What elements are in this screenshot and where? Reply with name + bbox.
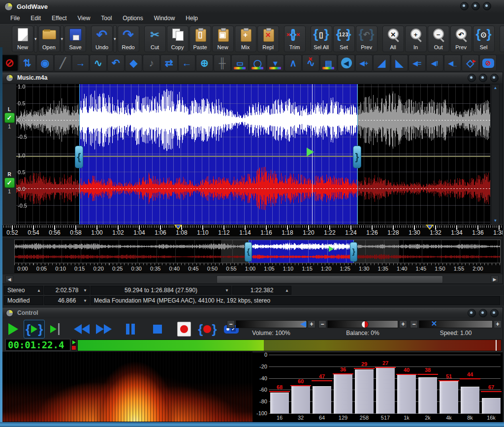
pause-button[interactable]: [124, 320, 137, 338]
doc-maximize-button[interactable]: [479, 74, 487, 82]
position-spinner-icon[interactable]: ▲: [285, 288, 289, 293]
vertical-zoom-scrollbar[interactable]: ▲ ▼: [491, 84, 500, 224]
toolbar-copy-button[interactable]: Copy: [167, 26, 189, 52]
effect-pitch-button[interactable]: ◉: [36, 55, 54, 71]
volume-slider[interactable]: ◀: [236, 320, 307, 328]
status-zoom[interactable]: 46.866 ▼: [44, 296, 90, 305]
fast-forward-button[interactable]: [95, 320, 113, 338]
toolbar-new-button[interactable]: ▣New: [212, 26, 234, 52]
play-all-button[interactable]: [49, 320, 61, 338]
toolbar-cues-button[interactable]: Cues: [500, 26, 504, 52]
toolbar-undo-button[interactable]: ↶Undo: [91, 26, 113, 52]
speed-thumb-icon[interactable]: ✕: [431, 320, 438, 328]
status-format[interactable]: Stereo ▲: [4, 286, 43, 295]
maximize-button[interactable]: [472, 2, 480, 10]
effect-monitor-disable-button[interactable]: ⊘: [479, 55, 497, 71]
overview-strip[interactable]: { }: [14, 240, 501, 263]
rewind-button[interactable]: [73, 320, 91, 338]
ctrl-minimize-button[interactable]: [468, 309, 476, 317]
toolbar-all-button[interactable]: ✕All: [382, 26, 404, 52]
horizontal-scrollbar[interactable]: ◀ ▶: [1, 274, 503, 283]
play-selection-button[interactable]: {}: [24, 320, 45, 338]
volume-thumb-speaker-icon[interactable]: ◀: [301, 320, 307, 328]
toolbar-new-dropdown[interactable]: ▾: [34, 25, 37, 53]
effect-doppler-button[interactable]: ∿: [90, 55, 107, 71]
toolbar-paste-button[interactable]: ▯Paste: [189, 26, 211, 52]
overview-canvas[interactable]: [15, 240, 500, 263]
scroll-down-icon[interactable]: ▼: [494, 217, 498, 224]
doc-close-button[interactable]: [490, 74, 499, 82]
toolbar-sel-button[interactable]: ⊙Sel: [473, 26, 495, 52]
main-titlebar[interactable]: GoldWave: [0, 0, 504, 13]
effect-spectrum-filter-button[interactable]: ▭: [231, 55, 249, 71]
menu-window[interactable]: Window: [149, 14, 181, 23]
effect-device-properties-button[interactable]: ◇: [462, 55, 479, 71]
toolbar-cut-button[interactable]: ✂Cut: [144, 26, 166, 52]
balance-slider[interactable]: [327, 320, 398, 328]
control-titlebar[interactable]: Control: [1, 307, 503, 318]
record-button[interactable]: [176, 320, 192, 338]
record-selection-button[interactable]: {}: [196, 320, 218, 338]
document-titlebar[interactable]: Music.m4a: [1, 72, 503, 83]
menu-options[interactable]: Options: [117, 14, 148, 23]
effect-offset-button[interactable]: →: [72, 55, 89, 71]
time-axis[interactable]: 0:520:540:560:581:001:021:041:061:081:10…: [1, 224, 503, 237]
effect-disable-button[interactable]: ⊘: [1, 55, 18, 71]
menu-view[interactable]: View: [72, 14, 96, 23]
status-selection[interactable]: 59.294 to 1:26.884 (27.590) ▼: [91, 286, 231, 295]
menu-effect[interactable]: Effect: [46, 14, 72, 23]
scroll-up-icon[interactable]: ▲: [494, 85, 498, 91]
scroll-left-icon[interactable]: ◀: [5, 275, 13, 282]
stop-button[interactable]: [152, 320, 163, 338]
playback-marker[interactable]: [307, 148, 314, 156]
zoom-spinner-icon[interactable]: ▼: [83, 299, 87, 303]
menu-edit[interactable]: Edit: [25, 14, 46, 23]
toolbar-prev-button[interactable]: ↶Prev: [356, 26, 378, 52]
effect-interpolate-note-button[interactable]: ♪: [143, 55, 160, 71]
overview-playback-marker[interactable]: [329, 246, 334, 252]
speed-plus-button[interactable]: +: [494, 320, 502, 328]
waveform-canvas[interactable]: [16, 84, 490, 224]
balance-plus-button[interactable]: +: [399, 320, 407, 328]
toolbar-open-button[interactable]: Open: [38, 26, 60, 52]
balance-thumb-icon[interactable]: [361, 321, 369, 328]
effect-band-filter-button[interactable]: ◯: [249, 55, 266, 71]
effect-parametric-eq-button[interactable]: ▤: [320, 55, 337, 71]
effect-echo-button[interactable]: ←: [178, 55, 195, 71]
toolbar-in-button[interactable]: +In: [405, 26, 427, 52]
channel-l-enable-checkbox[interactable]: ✓: [4, 113, 15, 123]
effect-reverse-button[interactable]: ↶: [107, 55, 125, 71]
scroll-right-icon[interactable]: ▶: [491, 275, 499, 282]
effect-playback-mono-button[interactable]: ◀: [338, 55, 355, 71]
toolbar-prev-button[interactable]: ↶Prev: [450, 26, 472, 52]
toolbar-repl-button[interactable]: ✕Repl: [257, 26, 279, 52]
doc-minimize-button[interactable]: [468, 74, 476, 82]
effect-filter-preset-button[interactable]: ▼: [267, 55, 284, 71]
effect-time-warp-button[interactable]: ⇅: [19, 55, 36, 71]
effect-reverb-button[interactable]: ⊕: [196, 55, 213, 71]
play-button[interactable]: [7, 320, 19, 338]
toolbar-open-dropdown[interactable]: ▾: [61, 25, 64, 53]
effect-flanger-button[interactable]: ◆: [125, 55, 142, 71]
toolbar-undo-dropdown[interactable]: ▾: [113, 25, 117, 53]
effect-pop-click-fix-button[interactable]: ∧: [284, 55, 302, 71]
ctrl-maximize-button[interactable]: [479, 309, 487, 317]
balance-minus-button[interactable]: −: [318, 320, 326, 328]
cue-marker-icon[interactable]: [174, 225, 182, 230]
toolbar-save-button[interactable]: Save: [64, 26, 86, 52]
overview-selection-start-handle[interactable]: {: [245, 242, 252, 262]
effect-shape-volume-button[interactable]: ◀_: [444, 55, 461, 71]
effect-dynamics-button[interactable]: ⇄: [160, 55, 178, 71]
status-position[interactable]: 1:22.382 ▲: [232, 286, 291, 295]
effect-shape-envelope-button[interactable]: ╱: [54, 55, 71, 71]
toolbar-trim-button[interactable]: ✕✕Trim: [284, 26, 306, 52]
selection-end-handle[interactable]: }: [353, 146, 361, 168]
scrollbar-thumb[interactable]: [217, 275, 443, 283]
ctrl-close-button[interactable]: [490, 309, 499, 317]
length-spinner-icon[interactable]: ▼: [83, 288, 87, 293]
cue-marker-icon[interactable]: [426, 225, 434, 230]
effect-volume-down-button[interactable]: ◣: [391, 55, 408, 71]
speed-minus-button[interactable]: −: [410, 320, 418, 328]
format-spinner-icon[interactable]: ▲: [37, 288, 41, 293]
selection-spinner-icon[interactable]: ▼: [225, 288, 229, 293]
